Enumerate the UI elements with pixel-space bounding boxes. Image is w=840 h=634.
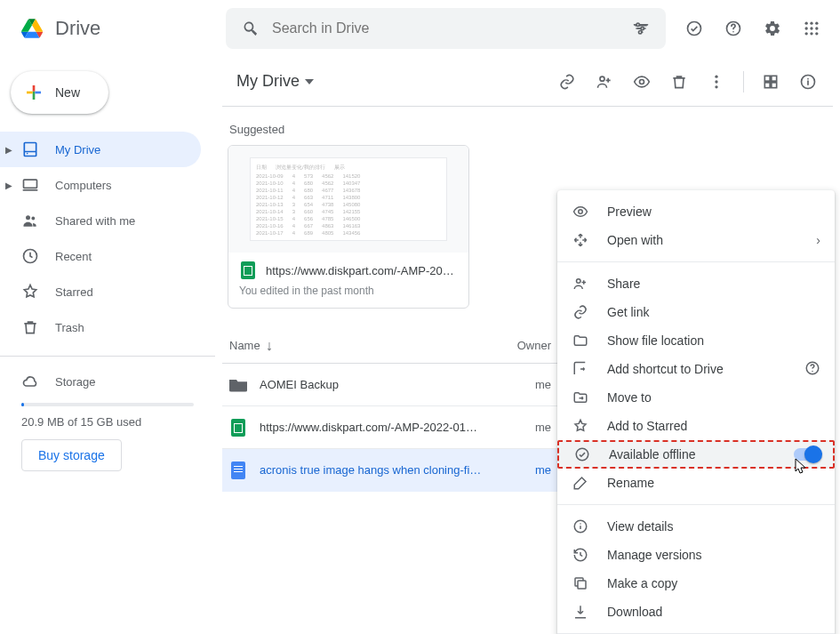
sidebar-item-starred[interactable]: Starred	[0, 274, 201, 309]
get-link-icon[interactable]	[549, 64, 585, 100]
app-header: Drive	[0, 0, 840, 57]
svg-point-2	[639, 31, 642, 34]
sidebar-item-shared[interactable]: Shared with me	[0, 203, 201, 238]
more-icon[interactable]	[699, 64, 734, 100]
offline-icon	[573, 445, 591, 463]
preview-icon[interactable]	[624, 64, 660, 100]
menu-make-copy[interactable]: Make a copy	[557, 569, 835, 598]
info-icon[interactable]	[790, 64, 826, 100]
svg-point-24	[715, 85, 717, 88]
layout-grid-icon[interactable]	[753, 64, 788, 100]
svg-point-13	[810, 32, 812, 35]
svg-point-5	[732, 31, 734, 33]
download-icon	[572, 603, 589, 621]
buy-storage-button[interactable]: Buy storage	[21, 439, 122, 471]
svg-point-11	[815, 27, 818, 29]
history-icon	[572, 546, 589, 564]
eye-icon	[572, 203, 589, 221]
svg-point-15	[27, 153, 28, 155]
apps-grid-icon[interactable]	[794, 11, 829, 46]
copy-icon	[572, 574, 589, 592]
recent-icon	[21, 247, 39, 265]
settings-icon[interactable]	[755, 11, 790, 46]
storage-used-text: 20.9 MB of 15 GB used	[21, 415, 194, 429]
svg-point-6	[805, 22, 808, 25]
star-icon	[21, 283, 39, 301]
card-subtitle: You edited in the past month	[239, 285, 458, 297]
card-thumbnail: 日期浏览量变化/我的排行展示 2021-10-0945734562141520 …	[228, 146, 468, 253]
sidebar-item-my-drive[interactable]: ▶ My Drive	[0, 132, 201, 167]
sidebar-item-trash[interactable]: Trash	[0, 309, 201, 345]
menu-add-starred[interactable]: Add to Starred	[557, 412, 835, 440]
expand-icon[interactable]: ▶	[5, 145, 12, 155]
svg-point-12	[805, 32, 808, 35]
search-input[interactable]	[268, 20, 623, 37]
menu-view-details[interactable]: View details	[557, 512, 835, 541]
svg-point-17	[26, 215, 30, 220]
sidebar-item-computers[interactable]: ▶ Computers	[0, 167, 201, 203]
product-name: Drive	[55, 17, 100, 40]
breadcrumb[interactable]: My Drive	[229, 68, 321, 94]
svg-point-9	[805, 27, 808, 29]
svg-point-0	[636, 23, 639, 26]
help-small-icon[interactable]	[804, 360, 820, 379]
storage-progress	[21, 403, 194, 406]
suggested-card[interactable]: 日期浏览量变化/我的排行展示 2021-10-0945734562141520 …	[228, 145, 469, 309]
logo-area[interactable]: Drive	[14, 11, 226, 46]
docs-file-icon	[229, 461, 247, 479]
svg-point-7	[810, 22, 812, 25]
menu-download[interactable]: Download	[557, 598, 835, 626]
move-to-icon	[572, 389, 589, 406]
cloud-icon	[21, 373, 39, 390]
menu-share[interactable]: Share	[557, 269, 835, 298]
menu-add-shortcut[interactable]: Add shortcut to Drive	[557, 355, 835, 383]
menu-manage-versions[interactable]: Manage versions	[557, 541, 835, 569]
storage-label: Storage	[55, 375, 96, 389]
svg-point-20	[600, 76, 604, 81]
sort-arrow-icon: ↓	[266, 338, 273, 354]
sidebar-item-label: Recent	[55, 250, 92, 263]
sheets-file-icon	[229, 419, 247, 437]
toolbar: My Drive	[222, 57, 833, 107]
menu-available-offline[interactable]: Available offline	[557, 440, 835, 469]
delete-icon[interactable]	[661, 64, 697, 100]
shared-icon	[21, 212, 39, 229]
svg-point-10	[810, 27, 812, 29]
search-icon[interactable]	[233, 11, 268, 46]
new-button[interactable]: New	[11, 71, 108, 114]
menu-preview[interactable]: Preview	[557, 197, 835, 226]
svg-point-3	[688, 22, 701, 36]
share-icon[interactable]	[587, 64, 622, 100]
sheets-file-icon	[239, 261, 257, 279]
menu-rename[interactable]: Rename	[557, 469, 835, 497]
sidebar-item-recent[interactable]: Recent	[0, 238, 201, 274]
svg-point-21	[640, 79, 644, 84]
chevron-right-icon: ›	[816, 233, 820, 247]
my-drive-icon	[21, 140, 39, 158]
expand-icon[interactable]: ▶	[5, 181, 12, 190]
link-icon	[572, 303, 589, 321]
offline-status-icon[interactable]	[676, 11, 712, 46]
folder-icon	[229, 376, 247, 394]
menu-move-to[interactable]: Move to	[557, 383, 835, 412]
sidebar-item-storage[interactable]: Storage	[21, 364, 194, 399]
menu-open-with[interactable]: Open with›	[557, 226, 835, 254]
header-actions	[666, 11, 829, 46]
offline-toggle[interactable]	[794, 448, 820, 461]
search-options-icon[interactable]	[623, 11, 659, 46]
svg-point-31	[579, 210, 583, 214]
menu-get-link[interactable]: Get link	[557, 298, 835, 326]
menu-show-location[interactable]: Show file location	[557, 326, 835, 355]
svg-point-23	[715, 80, 717, 83]
svg-rect-26	[772, 76, 777, 81]
svg-rect-25	[764, 76, 770, 81]
shortcut-icon	[572, 360, 589, 378]
trash-icon	[21, 318, 39, 336]
new-button-label: New	[55, 85, 80, 100]
help-icon[interactable]	[716, 11, 751, 46]
info-outline-icon	[572, 518, 589, 535]
column-name[interactable]: Name ↓	[229, 338, 514, 354]
star-outline-icon	[572, 417, 589, 435]
breadcrumb-label: My Drive	[236, 72, 300, 91]
svg-rect-38	[578, 581, 586, 589]
